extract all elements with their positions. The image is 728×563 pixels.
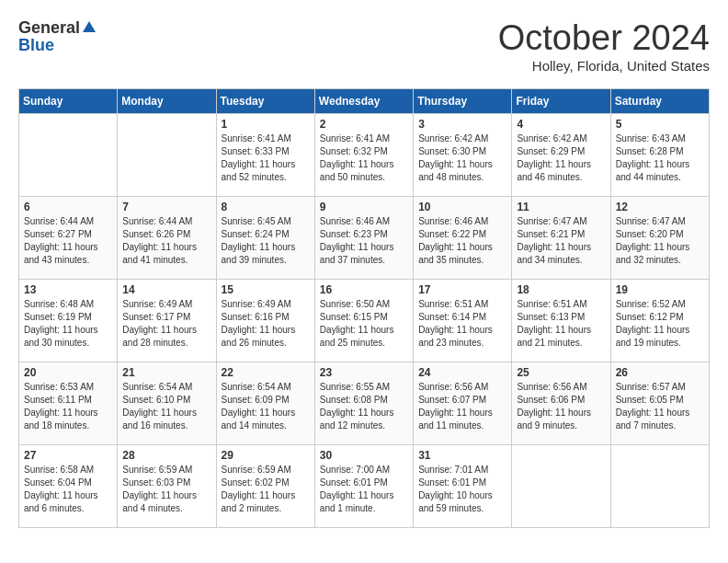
day-info: Sunrise: 6:41 AM Sunset: 6:33 PM Dayligh… — [222, 132, 310, 184]
calendar-cell: 6Sunrise: 6:44 AM Sunset: 6:27 PM Daylig… — [19, 197, 118, 280]
header-friday: Friday — [512, 89, 610, 114]
day-number: 14 — [122, 283, 210, 296]
calendar-cell: 9Sunrise: 6:46 AM Sunset: 6:23 PM Daylig… — [314, 197, 413, 280]
calendar-cell: 2Sunrise: 6:41 AM Sunset: 6:32 PM Daylig… — [314, 114, 413, 197]
day-number: 2 — [320, 118, 408, 131]
header-tuesday: Tuesday — [216, 89, 314, 114]
calendar-week-row: 27Sunrise: 6:58 AM Sunset: 6:04 PM Dayli… — [19, 445, 710, 528]
calendar-week-row: 1Sunrise: 6:41 AM Sunset: 6:33 PM Daylig… — [19, 114, 710, 197]
calendar-cell: 5Sunrise: 6:43 AM Sunset: 6:28 PM Daylig… — [610, 114, 709, 197]
calendar-cell: 28Sunrise: 6:59 AM Sunset: 6:03 PM Dayli… — [118, 445, 216, 528]
day-number: 20 — [24, 366, 112, 379]
day-number: 27 — [24, 449, 112, 462]
calendar-cell: 18Sunrise: 6:51 AM Sunset: 6:13 PM Dayli… — [512, 280, 610, 362]
day-number: 24 — [418, 366, 506, 379]
calendar-cell: 26Sunrise: 6:57 AM Sunset: 6:05 PM Dayli… — [610, 362, 709, 445]
location: Holley, Florida, United States — [498, 58, 710, 74]
day-info: Sunrise: 6:58 AM Sunset: 6:04 PM Dayligh… — [24, 464, 112, 515]
logo-blue-text: Blue — [18, 36, 54, 55]
title-block: October 2024 Holley, Florida, United Sta… — [498, 18, 710, 74]
day-number: 15 — [222, 283, 310, 296]
day-number: 1 — [222, 118, 310, 131]
calendar-cell — [118, 114, 216, 197]
calendar-cell: 8Sunrise: 6:45 AM Sunset: 6:24 PM Daylig… — [216, 197, 314, 280]
day-number: 6 — [24, 201, 112, 213]
day-number: 31 — [418, 449, 506, 462]
day-info: Sunrise: 6:46 AM Sunset: 6:23 PM Dayligh… — [320, 215, 408, 267]
day-info: Sunrise: 6:51 AM Sunset: 6:14 PM Dayligh… — [418, 298, 506, 350]
day-number: 8 — [222, 201, 310, 213]
day-number: 7 — [122, 201, 210, 213]
calendar-cell: 15Sunrise: 6:49 AM Sunset: 6:16 PM Dayli… — [216, 280, 314, 362]
day-info: Sunrise: 6:59 AM Sunset: 6:02 PM Dayligh… — [222, 464, 310, 515]
header-wednesday: Wednesday — [314, 89, 413, 114]
calendar-cell — [19, 114, 118, 197]
day-number: 17 — [418, 283, 506, 296]
calendar-cell: 16Sunrise: 6:50 AM Sunset: 6:15 PM Dayli… — [314, 280, 413, 362]
day-info: Sunrise: 7:01 AM Sunset: 6:01 PM Dayligh… — [418, 464, 506, 515]
day-info: Sunrise: 6:47 AM Sunset: 6:21 PM Dayligh… — [517, 215, 605, 267]
day-info: Sunrise: 6:55 AM Sunset: 6:08 PM Dayligh… — [320, 381, 408, 432]
calendar-cell: 19Sunrise: 6:52 AM Sunset: 6:12 PM Dayli… — [610, 280, 709, 362]
day-info: Sunrise: 6:54 AM Sunset: 6:10 PM Dayligh… — [122, 381, 210, 432]
page-header: General Blue October 2024 Holley, Florid… — [18, 18, 710, 74]
calendar-cell: 27Sunrise: 6:58 AM Sunset: 6:04 PM Dayli… — [19, 445, 118, 528]
day-number: 16 — [320, 283, 408, 296]
day-number: 5 — [616, 118, 704, 131]
calendar-cell: 30Sunrise: 7:00 AM Sunset: 6:01 PM Dayli… — [314, 445, 413, 528]
day-number: 29 — [222, 449, 310, 462]
day-info: Sunrise: 7:00 AM Sunset: 6:01 PM Dayligh… — [320, 464, 408, 515]
day-info: Sunrise: 6:49 AM Sunset: 6:17 PM Dayligh… — [122, 298, 210, 350]
calendar-cell: 29Sunrise: 6:59 AM Sunset: 6:02 PM Dayli… — [216, 445, 314, 528]
calendar-cell: 3Sunrise: 6:42 AM Sunset: 6:30 PM Daylig… — [414, 114, 512, 197]
calendar-table: SundayMondayTuesdayWednesdayThursdayFrid… — [18, 88, 710, 528]
day-number: 9 — [320, 201, 408, 213]
calendar-week-row: 20Sunrise: 6:53 AM Sunset: 6:11 PM Dayli… — [19, 362, 710, 445]
calendar-header-row: SundayMondayTuesdayWednesdayThursdayFrid… — [19, 89, 710, 114]
day-info: Sunrise: 6:41 AM Sunset: 6:32 PM Dayligh… — [320, 132, 408, 184]
calendar-cell: 31Sunrise: 7:01 AM Sunset: 6:01 PM Dayli… — [414, 445, 512, 528]
day-number: 12 — [616, 201, 704, 213]
day-number: 22 — [222, 366, 310, 379]
calendar-cell — [610, 445, 709, 528]
header-thursday: Thursday — [414, 89, 512, 114]
logo-general-text: General — [18, 18, 80, 38]
day-info: Sunrise: 6:52 AM Sunset: 6:12 PM Dayligh… — [616, 298, 704, 350]
day-number: 4 — [517, 118, 605, 131]
day-number: 13 — [24, 283, 112, 296]
day-info: Sunrise: 6:48 AM Sunset: 6:19 PM Dayligh… — [24, 298, 112, 350]
day-info: Sunrise: 6:45 AM Sunset: 6:24 PM Dayligh… — [222, 215, 310, 267]
logo-triangle-icon — [83, 21, 96, 32]
day-number: 3 — [418, 118, 506, 131]
day-info: Sunrise: 6:43 AM Sunset: 6:28 PM Dayligh… — [616, 132, 704, 184]
calendar-cell: 21Sunrise: 6:54 AM Sunset: 6:10 PM Dayli… — [118, 362, 216, 445]
calendar-cell: 25Sunrise: 6:56 AM Sunset: 6:06 PM Dayli… — [512, 362, 610, 445]
logo: General Blue — [18, 18, 96, 55]
day-info: Sunrise: 6:54 AM Sunset: 6:09 PM Dayligh… — [222, 381, 310, 432]
day-info: Sunrise: 6:53 AM Sunset: 6:11 PM Dayligh… — [24, 381, 112, 432]
day-info: Sunrise: 6:46 AM Sunset: 6:22 PM Dayligh… — [418, 215, 506, 267]
calendar-cell: 13Sunrise: 6:48 AM Sunset: 6:19 PM Dayli… — [19, 280, 118, 362]
calendar-cell: 24Sunrise: 6:56 AM Sunset: 6:07 PM Dayli… — [414, 362, 512, 445]
day-number: 28 — [122, 449, 210, 462]
calendar-cell: 14Sunrise: 6:49 AM Sunset: 6:17 PM Dayli… — [118, 280, 216, 362]
calendar-cell: 23Sunrise: 6:55 AM Sunset: 6:08 PM Dayli… — [314, 362, 413, 445]
month-title: October 2024 — [498, 18, 710, 58]
calendar-cell: 17Sunrise: 6:51 AM Sunset: 6:14 PM Dayli… — [414, 280, 512, 362]
day-number: 18 — [517, 283, 605, 296]
day-info: Sunrise: 6:44 AM Sunset: 6:27 PM Dayligh… — [24, 215, 112, 267]
day-info: Sunrise: 6:59 AM Sunset: 6:03 PM Dayligh… — [122, 464, 210, 515]
day-number: 10 — [418, 201, 506, 213]
calendar-cell: 10Sunrise: 6:46 AM Sunset: 6:22 PM Dayli… — [414, 197, 512, 280]
day-info: Sunrise: 6:49 AM Sunset: 6:16 PM Dayligh… — [222, 298, 310, 350]
calendar-week-row: 6Sunrise: 6:44 AM Sunset: 6:27 PM Daylig… — [19, 197, 710, 280]
day-number: 25 — [517, 366, 605, 379]
day-number: 21 — [122, 366, 210, 379]
day-info: Sunrise: 6:51 AM Sunset: 6:13 PM Dayligh… — [517, 298, 605, 350]
calendar-cell: 1Sunrise: 6:41 AM Sunset: 6:33 PM Daylig… — [216, 114, 314, 197]
day-number: 30 — [320, 449, 408, 462]
calendar-cell — [512, 445, 610, 528]
day-number: 19 — [616, 283, 704, 296]
calendar-cell: 22Sunrise: 6:54 AM Sunset: 6:09 PM Dayli… — [216, 362, 314, 445]
day-info: Sunrise: 6:42 AM Sunset: 6:30 PM Dayligh… — [418, 132, 506, 184]
